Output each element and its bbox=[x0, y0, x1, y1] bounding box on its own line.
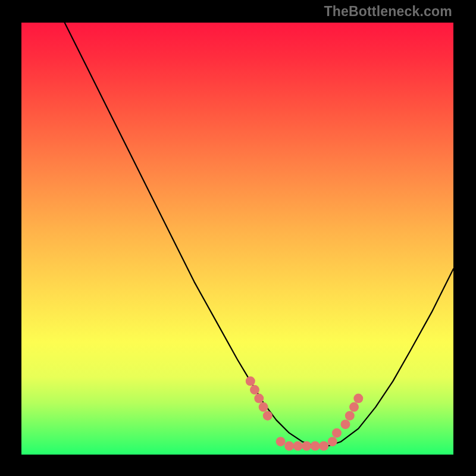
bottleneck-curve bbox=[65, 23, 453, 446]
marker-dot bbox=[246, 377, 255, 386]
marker-dot bbox=[263, 411, 273, 421]
curve-svg bbox=[21, 23, 453, 455]
marker-dot bbox=[259, 402, 268, 412]
watermark-text: TheBottleneck.com bbox=[324, 4, 452, 20]
marker-dot bbox=[276, 437, 286, 446]
marker-dot bbox=[345, 411, 355, 421]
marker-dot bbox=[328, 437, 337, 446]
marker-dot bbox=[284, 441, 294, 451]
marker-dot bbox=[293, 441, 303, 451]
marker-dot bbox=[349, 402, 359, 412]
marker-dot bbox=[254, 394, 264, 403]
marker-dot bbox=[250, 385, 259, 394]
highlight-dots bbox=[246, 377, 364, 451]
chart-frame: TheBottleneck.com bbox=[0, 0, 476, 476]
marker-dot bbox=[319, 441, 328, 451]
marker-dot bbox=[332, 428, 342, 438]
marker-dot bbox=[353, 394, 363, 403]
plot-area bbox=[21, 23, 453, 455]
marker-dot bbox=[341, 419, 350, 429]
marker-dot bbox=[311, 441, 320, 451]
marker-dot bbox=[302, 441, 311, 451]
